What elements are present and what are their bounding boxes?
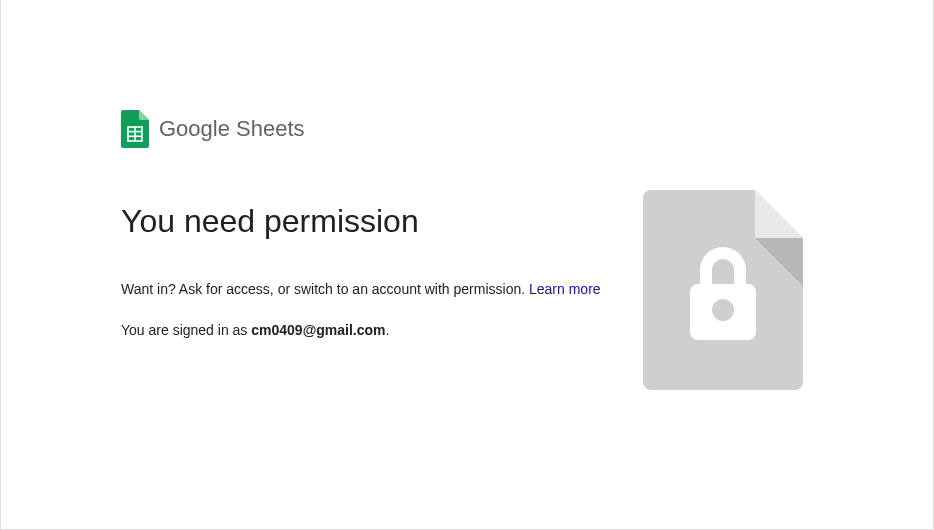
app-name: Google Sheets <box>159 116 305 142</box>
signed-in-prefix: You are signed in as <box>121 322 251 338</box>
app-logo-row: Google Sheets <box>121 110 601 148</box>
google-sheets-icon <box>121 110 149 148</box>
app-name-bold: Google <box>159 116 230 141</box>
ask-text: Want in? Ask for access, or switch to an… <box>121 281 529 297</box>
signed-in-email: cm0409@gmail.com <box>251 322 385 338</box>
signed-in-line: You are signed in as cm0409@gmail.com. <box>121 322 601 338</box>
page-heading: You need permission <box>121 203 601 240</box>
permission-description: Want in? Ask for access, or switch to an… <box>121 278 601 300</box>
locked-document-icon <box>643 190 803 390</box>
svg-point-5 <box>712 299 734 321</box>
learn-more-link[interactable]: Learn more <box>529 281 601 297</box>
signed-in-suffix: . <box>386 322 390 338</box>
app-name-light: Sheets <box>230 116 305 141</box>
